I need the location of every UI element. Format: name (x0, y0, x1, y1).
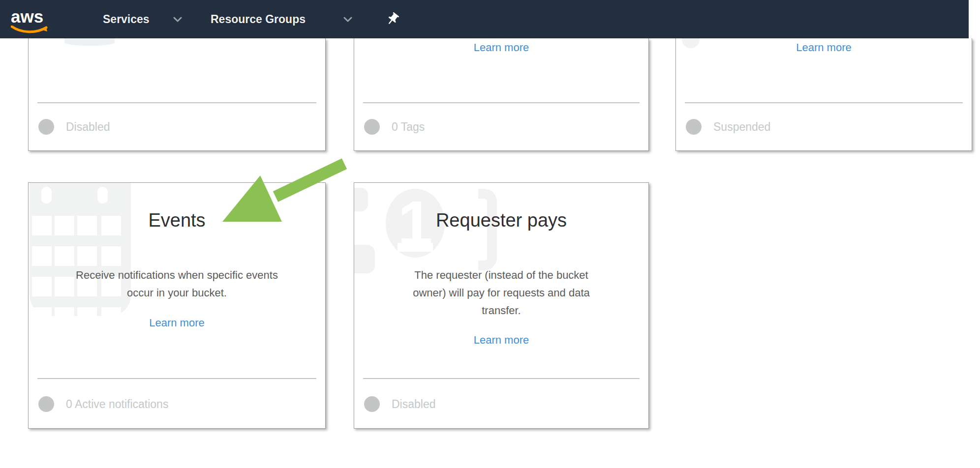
card-divider (37, 102, 316, 103)
top-navigation-bar: aws Services Resource Groups (0, 0, 969, 38)
nav-resource-groups-menu[interactable]: Resource Groups (211, 0, 306, 38)
card-title: Events (29, 210, 325, 231)
status-indicator-circle (364, 119, 380, 135)
pushpin-icon[interactable] (385, 12, 400, 27)
aws-smile-swoosh (11, 26, 53, 34)
property-card-partial-1[interactable]: Disabled (28, 38, 326, 151)
status-label: 0 Tags (392, 120, 425, 134)
status-label: Disabled (392, 398, 436, 411)
nav-services-label: Services (103, 13, 150, 26)
property-card-partial-2[interactable]: Learn more 0 Tags (354, 38, 649, 151)
status-indicator-circle (38, 396, 54, 412)
property-card-events[interactable]: Events Receive notifications when specif… (28, 182, 326, 429)
status-label: Suspended (713, 120, 770, 134)
learn-more-link[interactable]: Learn more (29, 317, 325, 329)
status-label: 0 Active notifications (66, 398, 168, 411)
learn-more-link[interactable]: Learn more (676, 41, 972, 54)
status-indicator-circle (364, 396, 380, 412)
learn-more-link[interactable]: Learn more (354, 334, 648, 347)
watermark-icon-fragment (64, 38, 115, 46)
card-description: Receive notifications when specific even… (61, 266, 293, 302)
status-indicator-circle (686, 119, 702, 135)
chevron-down-icon (343, 17, 352, 22)
card-divider (363, 378, 640, 379)
card-status-row: 0 Tags (364, 116, 425, 138)
card-divider (363, 102, 640, 103)
card-title: Requester pays (354, 210, 648, 231)
chevron-down-icon (173, 17, 182, 22)
nav-services-menu[interactable]: Services (103, 0, 150, 38)
status-indicator-circle (38, 119, 54, 135)
card-divider (37, 378, 316, 379)
property-card-partial-3[interactable]: Learn more Suspended (675, 38, 972, 151)
card-divider (685, 102, 963, 103)
status-label: Disabled (66, 120, 110, 134)
card-status-row: Disabled (364, 390, 436, 418)
learn-more-link[interactable]: Learn more (354, 41, 648, 54)
aws-logo[interactable]: aws (11, 6, 53, 33)
aws-logo-text: aws (11, 7, 43, 27)
card-status-row: Suspended (686, 116, 770, 138)
nav-resource-groups-label: Resource Groups (211, 13, 306, 26)
card-description: The requester (instead of the bucket own… (403, 266, 600, 320)
card-status-row: Disabled (38, 116, 110, 138)
property-card-requester-pays[interactable]: 1 Requester pays The requester (instead … (354, 182, 649, 429)
card-status-row: 0 Active notifications (38, 390, 168, 418)
